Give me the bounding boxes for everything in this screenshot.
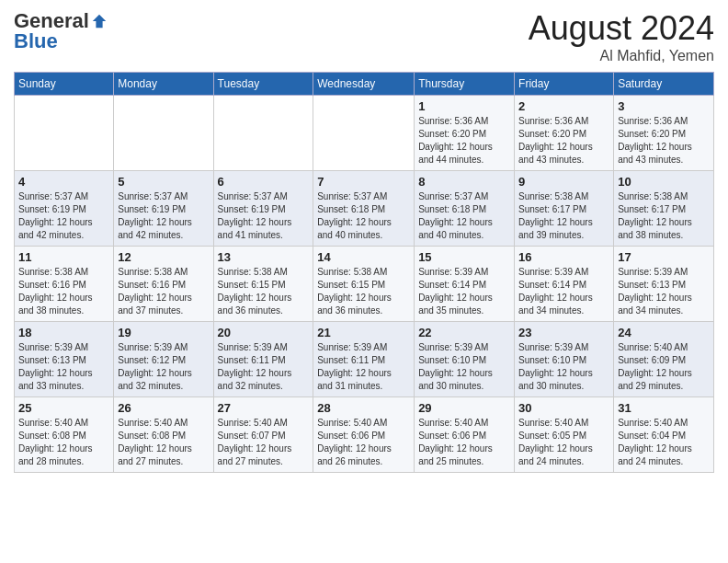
- day-number: 8: [418, 175, 510, 189]
- day-info: Sunrise: 5:39 AM Sunset: 6:10 PM Dayligh…: [418, 341, 510, 393]
- day-cell-6: 6Sunrise: 5:37 AM Sunset: 6:19 PM Daylig…: [213, 171, 313, 247]
- day-cell-3: 3Sunrise: 5:36 AM Sunset: 6:20 PM Daylig…: [614, 96, 714, 171]
- day-number: 10: [618, 175, 710, 189]
- svg-marker-0: [93, 15, 106, 28]
- day-cell-27: 27Sunrise: 5:40 AM Sunset: 6:07 PM Dayli…: [213, 397, 313, 473]
- day-info: Sunrise: 5:38 AM Sunset: 6:15 PM Dayligh…: [218, 266, 310, 317]
- weekday-header-tuesday: Tuesday: [213, 73, 313, 96]
- day-number: 27: [218, 401, 310, 415]
- day-number: 20: [218, 326, 310, 339]
- week-row-1: 1Sunrise: 5:36 AM Sunset: 6:20 PM Daylig…: [15, 96, 714, 171]
- day-info: Sunrise: 5:40 AM Sunset: 6:05 PM Dayligh…: [518, 417, 609, 468]
- day-info: Sunrise: 5:38 AM Sunset: 6:16 PM Dayligh…: [118, 266, 209, 317]
- day-cell-19: 19Sunrise: 5:39 AM Sunset: 6:12 PM Dayli…: [114, 322, 213, 397]
- empty-cell: [15, 96, 114, 171]
- week-row-3: 11Sunrise: 5:38 AM Sunset: 6:16 PM Dayli…: [15, 247, 714, 322]
- day-info: Sunrise: 5:36 AM Sunset: 6:20 PM Dayligh…: [618, 115, 710, 167]
- day-cell-8: 8Sunrise: 5:37 AM Sunset: 6:18 PM Daylig…: [415, 171, 515, 247]
- day-info: Sunrise: 5:38 AM Sunset: 6:16 PM Dayligh…: [18, 266, 109, 317]
- day-cell-7: 7Sunrise: 5:37 AM Sunset: 6:18 PM Daylig…: [313, 171, 415, 247]
- day-info: Sunrise: 5:37 AM Sunset: 6:19 PM Dayligh…: [218, 190, 310, 242]
- calendar-table: SundayMondayTuesdayWednesdayThursdayFrid…: [14, 72, 714, 473]
- day-cell-22: 22Sunrise: 5:39 AM Sunset: 6:10 PM Dayli…: [415, 322, 515, 397]
- day-info: Sunrise: 5:40 AM Sunset: 6:06 PM Dayligh…: [317, 417, 410, 468]
- day-cell-21: 21Sunrise: 5:39 AM Sunset: 6:11 PM Dayli…: [313, 322, 415, 397]
- day-number: 25: [18, 401, 109, 415]
- day-info: Sunrise: 5:39 AM Sunset: 6:11 PM Dayligh…: [218, 341, 310, 393]
- day-info: Sunrise: 5:37 AM Sunset: 6:19 PM Dayligh…: [118, 190, 209, 242]
- day-cell-16: 16Sunrise: 5:39 AM Sunset: 6:14 PM Dayli…: [515, 247, 614, 322]
- day-number: 12: [118, 250, 209, 264]
- day-cell-5: 5Sunrise: 5:37 AM Sunset: 6:19 PM Daylig…: [114, 171, 213, 247]
- day-info: Sunrise: 5:36 AM Sunset: 6:20 PM Dayligh…: [418, 115, 510, 167]
- day-cell-13: 13Sunrise: 5:38 AM Sunset: 6:15 PM Dayli…: [213, 247, 313, 322]
- day-info: Sunrise: 5:39 AM Sunset: 6:11 PM Dayligh…: [317, 341, 410, 393]
- day-info: Sunrise: 5:37 AM Sunset: 6:18 PM Dayligh…: [418, 190, 510, 242]
- day-info: Sunrise: 5:40 AM Sunset: 6:06 PM Dayligh…: [418, 417, 510, 468]
- day-number: 13: [218, 250, 310, 264]
- day-number: 30: [518, 401, 609, 415]
- weekday-header-friday: Friday: [515, 73, 614, 96]
- day-number: 29: [418, 401, 510, 415]
- day-info: Sunrise: 5:39 AM Sunset: 6:14 PM Dayligh…: [518, 266, 609, 317]
- day-cell-2: 2Sunrise: 5:36 AM Sunset: 6:20 PM Daylig…: [515, 96, 614, 171]
- logo-blue-text: Blue: [14, 29, 58, 53]
- weekday-header-row: SundayMondayTuesdayWednesdayThursdayFrid…: [15, 73, 714, 96]
- day-cell-25: 25Sunrise: 5:40 AM Sunset: 6:08 PM Dayli…: [15, 397, 114, 473]
- logo: General Blue: [14, 9, 108, 53]
- day-info: Sunrise: 5:40 AM Sunset: 6:07 PM Dayligh…: [218, 417, 310, 468]
- day-cell-14: 14Sunrise: 5:38 AM Sunset: 6:15 PM Dayli…: [313, 247, 415, 322]
- day-info: Sunrise: 5:40 AM Sunset: 6:08 PM Dayligh…: [18, 417, 109, 468]
- day-number: 5: [118, 175, 209, 189]
- week-row-5: 25Sunrise: 5:40 AM Sunset: 6:08 PM Dayli…: [15, 397, 714, 473]
- week-row-2: 4Sunrise: 5:37 AM Sunset: 6:19 PM Daylig…: [15, 171, 714, 247]
- day-cell-20: 20Sunrise: 5:39 AM Sunset: 6:11 PM Dayli…: [213, 322, 313, 397]
- day-cell-1: 1Sunrise: 5:36 AM Sunset: 6:20 PM Daylig…: [415, 96, 515, 171]
- day-info: Sunrise: 5:39 AM Sunset: 6:14 PM Dayligh…: [418, 266, 510, 317]
- day-number: 24: [618, 326, 710, 339]
- day-cell-28: 28Sunrise: 5:40 AM Sunset: 6:06 PM Dayli…: [313, 397, 415, 473]
- day-cell-4: 4Sunrise: 5:37 AM Sunset: 6:19 PM Daylig…: [15, 171, 114, 247]
- day-cell-12: 12Sunrise: 5:38 AM Sunset: 6:16 PM Dayli…: [114, 247, 213, 322]
- day-cell-9: 9Sunrise: 5:38 AM Sunset: 6:17 PM Daylig…: [515, 171, 614, 247]
- day-number: 23: [518, 326, 609, 339]
- weekday-header-saturday: Saturday: [614, 73, 714, 96]
- title-block: August 2024 Al Mahfid, Yemen: [529, 9, 714, 64]
- day-info: Sunrise: 5:38 AM Sunset: 6:17 PM Dayligh…: [518, 190, 609, 242]
- day-cell-30: 30Sunrise: 5:40 AM Sunset: 6:05 PM Dayli…: [515, 397, 614, 473]
- day-info: Sunrise: 5:38 AM Sunset: 6:17 PM Dayligh…: [618, 190, 710, 242]
- day-info: Sunrise: 5:39 AM Sunset: 6:10 PM Dayligh…: [518, 341, 609, 393]
- day-info: Sunrise: 5:40 AM Sunset: 6:09 PM Dayligh…: [618, 341, 710, 393]
- day-number: 22: [418, 326, 510, 339]
- day-info: Sunrise: 5:36 AM Sunset: 6:20 PM Dayligh…: [518, 115, 609, 167]
- empty-cell: [114, 96, 213, 171]
- weekday-header-thursday: Thursday: [415, 73, 515, 96]
- day-info: Sunrise: 5:39 AM Sunset: 6:13 PM Dayligh…: [18, 341, 109, 393]
- empty-cell: [313, 96, 415, 171]
- day-cell-17: 17Sunrise: 5:39 AM Sunset: 6:13 PM Dayli…: [614, 247, 714, 322]
- month-year: August 2024: [529, 9, 714, 48]
- day-cell-24: 24Sunrise: 5:40 AM Sunset: 6:09 PM Dayli…: [614, 322, 714, 397]
- day-number: 18: [18, 326, 109, 339]
- day-number: 15: [418, 250, 510, 264]
- day-cell-23: 23Sunrise: 5:39 AM Sunset: 6:10 PM Dayli…: [515, 322, 614, 397]
- day-info: Sunrise: 5:39 AM Sunset: 6:12 PM Dayligh…: [118, 341, 209, 393]
- day-number: 4: [18, 175, 109, 189]
- day-info: Sunrise: 5:39 AM Sunset: 6:13 PM Dayligh…: [618, 266, 710, 317]
- weekday-header-sunday: Sunday: [15, 73, 114, 96]
- week-row-4: 18Sunrise: 5:39 AM Sunset: 6:13 PM Dayli…: [15, 322, 714, 397]
- day-number: 14: [317, 250, 410, 264]
- day-cell-10: 10Sunrise: 5:38 AM Sunset: 6:17 PM Dayli…: [614, 171, 714, 247]
- day-number: 21: [317, 326, 410, 339]
- day-cell-11: 11Sunrise: 5:38 AM Sunset: 6:16 PM Dayli…: [15, 247, 114, 322]
- weekday-header-wednesday: Wednesday: [313, 73, 415, 96]
- day-cell-18: 18Sunrise: 5:39 AM Sunset: 6:13 PM Dayli…: [15, 322, 114, 397]
- day-info: Sunrise: 5:40 AM Sunset: 6:04 PM Dayligh…: [618, 417, 710, 468]
- page-header: General Blue August 2024 Al Mahfid, Yeme…: [14, 9, 714, 64]
- day-number: 19: [118, 326, 209, 339]
- day-cell-15: 15Sunrise: 5:39 AM Sunset: 6:14 PM Dayli…: [415, 247, 515, 322]
- day-info: Sunrise: 5:40 AM Sunset: 6:08 PM Dayligh…: [118, 417, 209, 468]
- day-number: 28: [317, 401, 410, 415]
- day-number: 31: [618, 401, 710, 415]
- day-number: 26: [118, 401, 209, 415]
